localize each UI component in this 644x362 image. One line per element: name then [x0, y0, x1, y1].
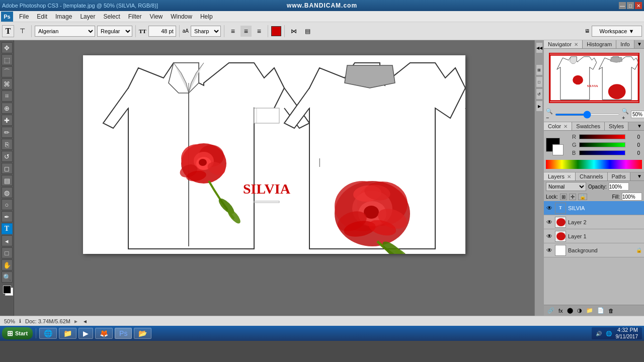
- pen-btn[interactable]: ✒: [2, 211, 13, 222]
- anti-alias-select[interactable]: Sharp: [191, 26, 221, 37]
- menu-help[interactable]: Help: [196, 12, 217, 21]
- menu-file[interactable]: File: [15, 12, 33, 21]
- layer2-visibility-icon[interactable]: 👁: [546, 219, 553, 226]
- menu-layer[interactable]: Layer: [76, 12, 99, 21]
- magic-wand-btn[interactable]: ⌘: [2, 78, 13, 89]
- maximize-button[interactable]: □: [627, 2, 634, 9]
- dodge-btn[interactable]: ○: [2, 199, 13, 210]
- action-strip-btn[interactable]: ▶: [536, 101, 543, 112]
- menu-view[interactable]: View: [145, 12, 167, 21]
- fg-color-box[interactable]: [546, 138, 560, 152]
- taskbar-photoshop[interactable]: Ps: [115, 328, 132, 339]
- lasso-tool-btn[interactable]: ⌒: [2, 66, 13, 77]
- taskbar-wmp[interactable]: ▶: [78, 328, 93, 339]
- hand-btn[interactable]: ✋: [2, 259, 13, 270]
- tab-histogram[interactable]: Histogram: [583, 40, 616, 48]
- workspace-icon[interactable]: 🖥: [585, 28, 590, 34]
- adjustment-btn[interactable]: ◑: [576, 307, 584, 314]
- close-navigator-btn[interactable]: ✕: [574, 42, 578, 47]
- volume-icon[interactable]: 🔊: [596, 331, 602, 336]
- lock-position-btn[interactable]: ✛: [569, 194, 576, 200]
- add-mask-btn[interactable]: ⬤: [566, 307, 575, 314]
- start-button[interactable]: ⊞ Start: [2, 327, 33, 339]
- layer-background[interactable]: 👁 Background 🔒: [544, 243, 644, 257]
- close-color-btn[interactable]: ✕: [564, 124, 568, 129]
- taskbar-firefox[interactable]: 🦊: [95, 328, 113, 339]
- new-layer-btn[interactable]: 📄: [596, 307, 606, 314]
- history-brush-btn[interactable]: ↺: [2, 151, 13, 162]
- tab-styles[interactable]: Styles: [605, 122, 628, 130]
- move-tool-btn[interactable]: ✥: [2, 42, 13, 53]
- panel-toggle-btn[interactable]: ◀◀: [536, 42, 543, 53]
- status-info-icon[interactable]: ℹ: [19, 318, 21, 324]
- path-select-btn[interactable]: ◂: [2, 235, 13, 246]
- bg-color-box[interactable]: [552, 144, 564, 155]
- marquee-tool-btn[interactable]: ⬚: [2, 54, 13, 65]
- tab-color[interactable]: Color ✕: [544, 122, 572, 130]
- add-fx-btn[interactable]: fx: [557, 308, 565, 314]
- menu-image[interactable]: Image: [51, 12, 76, 21]
- blend-mode-select[interactable]: Normal: [546, 182, 586, 191]
- blur-btn[interactable]: ◍: [2, 187, 13, 198]
- minimize-button[interactable]: —: [619, 2, 626, 9]
- color-spectrum-bar[interactable]: [546, 160, 642, 169]
- palettes-btn[interactable]: ▤: [302, 25, 314, 37]
- taskbar-folder[interactable]: 📂: [134, 328, 151, 339]
- eyedropper-btn[interactable]: ⊕: [2, 103, 13, 114]
- brush-btn[interactable]: ✏: [2, 127, 13, 138]
- panel-menu-btn[interactable]: ▼: [635, 40, 644, 48]
- zoom-out-icon[interactable]: 🔍−: [546, 108, 553, 121]
- lock-pixels-btn[interactable]: ⊞: [560, 194, 567, 200]
- layers-panel-menu-btn[interactable]: ▼: [635, 172, 644, 180]
- history-strip-btn[interactable]: ↺: [536, 88, 543, 100]
- zoom-slider[interactable]: [555, 114, 620, 116]
- title-bar-controls[interactable]: — □ ✕: [619, 2, 642, 9]
- text-orientation-btn[interactable]: ⊤: [16, 25, 28, 37]
- lock-all-btn[interactable]: 🔒: [578, 194, 587, 200]
- gradient-btn[interactable]: ▤: [2, 175, 13, 186]
- clone-stamp-btn[interactable]: ⎘: [2, 139, 13, 150]
- shape-btn[interactable]: □: [2, 247, 13, 258]
- silvia-visibility-icon[interactable]: 👁: [546, 205, 553, 212]
- zoom-input[interactable]: [631, 111, 644, 118]
- layer-silvia[interactable]: 👁 T SILVIA: [544, 201, 644, 215]
- tab-swatches[interactable]: Swatches: [572, 122, 605, 130]
- text-color-swatch[interactable]: [271, 26, 281, 36]
- text-tool-btn[interactable]: T: [2, 223, 13, 234]
- tab-info[interactable]: Info: [616, 40, 634, 48]
- taskbar-ie[interactable]: 🌐: [39, 328, 57, 339]
- layer1-visibility-icon[interactable]: 👁: [546, 233, 553, 240]
- scroll-left-indicator[interactable]: ◂: [84, 318, 87, 325]
- menu-window[interactable]: Window: [167, 12, 196, 21]
- close-layers-btn[interactable]: ✕: [567, 174, 571, 179]
- color-panel-menu-btn[interactable]: ▼: [635, 122, 644, 130]
- tab-navigator[interactable]: Navigator ✕: [544, 40, 583, 48]
- zoom-btn[interactable]: 🔍: [2, 272, 13, 283]
- tab-channels[interactable]: Channels: [576, 172, 607, 180]
- layer-strip-btn[interactable]: □: [536, 76, 543, 87]
- opacity-input[interactable]: [609, 183, 629, 191]
- warp-text-btn[interactable]: ⋈: [288, 25, 300, 37]
- menu-edit[interactable]: Edit: [33, 12, 51, 21]
- tool-options-strip-btn[interactable]: ⊞: [536, 64, 543, 75]
- layer-1[interactable]: 👁 Layer 1: [544, 229, 644, 243]
- menu-select[interactable]: Select: [99, 12, 124, 21]
- tab-layers[interactable]: Layers ✕: [544, 172, 576, 180]
- fill-input[interactable]: [622, 193, 642, 201]
- menu-filter[interactable]: Filter: [124, 12, 146, 21]
- scroll-right-indicator[interactable]: ▸: [74, 318, 77, 325]
- tab-paths[interactable]: Paths: [608, 172, 630, 180]
- taskbar-explorer[interactable]: 📁: [59, 328, 76, 339]
- align-center-btn[interactable]: ≡: [240, 26, 252, 37]
- font-family-select[interactable]: Algerian: [35, 26, 95, 37]
- align-left-btn[interactable]: ≡: [227, 26, 238, 37]
- font-style-select[interactable]: Regular: [97, 26, 132, 37]
- zoom-in-icon[interactable]: 🔍+: [622, 108, 629, 121]
- healing-brush-btn[interactable]: ✚: [2, 115, 13, 126]
- background-visibility-icon[interactable]: 👁: [546, 247, 553, 254]
- eraser-btn[interactable]: ◻: [2, 163, 13, 174]
- align-right-btn[interactable]: ≡: [254, 26, 265, 37]
- layer-2[interactable]: 👁 Layer 2: [544, 215, 644, 229]
- font-size-input[interactable]: [148, 26, 176, 37]
- canvas-scroll[interactable]: SILVIA: [14, 40, 534, 316]
